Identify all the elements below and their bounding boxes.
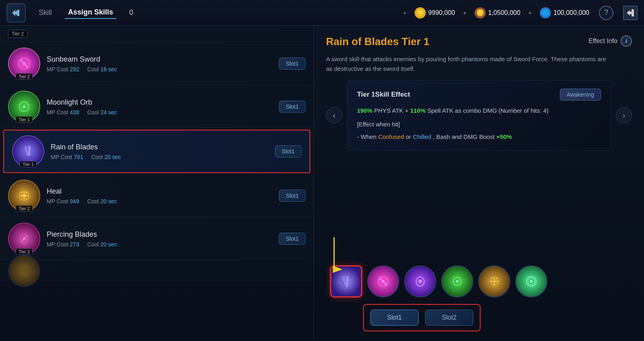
svg-point-22 [23, 194, 26, 197]
skill-icons-row [326, 265, 632, 298]
tab-skill[interactable]: Skill [35, 7, 55, 19]
skill-detail-title: Rain of Blades Tier 1 [326, 35, 429, 48]
svg-point-37 [419, 280, 422, 283]
bottom-icon-green-swirl[interactable] [515, 265, 547, 298]
bottom-content: Slot1 Slot2 [326, 265, 632, 331]
moonlight-name: Moonlight Orb [47, 98, 272, 107]
yellow-arrow-decoration [318, 233, 350, 281]
heal-tier: Tier 2 [16, 205, 33, 212]
effect-text-line3: - When Confused or Chilled , Bash and DM… [357, 132, 601, 142]
effect-confused: Confused [378, 133, 404, 140]
effect-box: Tier 1Skill Effect Awakening 190% PHYS A… [347, 80, 611, 151]
effect-when-prefix: - When [357, 133, 378, 140]
rob-stats: MP Cost 701 Cool 20 sec [51, 154, 268, 160]
svg-marker-4 [627, 10, 632, 16]
skill-item-rain-of-blades[interactable]: Tier 1 Rain of Blades MP Cost 701 Cool [3, 130, 310, 173]
effect-box-header: Tier 1Skill Effect Awakening [357, 89, 601, 101]
piercing-stats: MP Cost 273 Cool 20 sec [47, 241, 272, 248]
currency-blue: 🌐 100,000,000 [540, 7, 589, 19]
rob-tier: Tier 1 [20, 161, 37, 167]
sunbeam-cool-label: Cool [87, 66, 99, 72]
skill-icon-wrap-heal: Tier 2 [8, 180, 40, 212]
nav-counter: 0 [129, 8, 133, 17]
skill-icon-wrap-moonlight: Tier 1 [8, 91, 40, 123]
svg-point-18 [24, 156, 32, 158]
skill-item-sunbeam[interactable]: Tier 2 Sunbeam Sword MP Cost 292 Cool [0, 43, 314, 85]
exit-button[interactable] [623, 6, 638, 20]
effect-pct-2: 110% [410, 107, 425, 114]
top-navigation: Skill Assign Skills 0 + 🪙 9990,000 + 🪙 1… [0, 0, 644, 26]
skill-item-partial-bottom[interactable] [0, 261, 314, 281]
skill-detail-header: Rain of Blades Tier 1 Effect Info i [326, 35, 632, 48]
sunbeam-stats: MP Cost 292 Cool 16 sec [47, 66, 272, 72]
skill-item-heal[interactable]: Tier 2 Heal MP Cost 949 Cool 20 se [0, 175, 314, 217]
moonlight-info: Moonlight Orb MP Cost 438 Cool 24 sec [47, 98, 272, 116]
effect-info-button[interactable]: Effect Info i [588, 35, 632, 47]
sunbeam-mp-value: 292 [70, 66, 79, 72]
moonlight-stats: MP Cost 438 Cool 24 sec [47, 109, 272, 116]
skill-description: A sword skill that attacks enemies by po… [326, 54, 608, 74]
currency-group: + 🪙 9990,000 + 🪙 1,0500,000 + 🌐 100,000,… [403, 7, 589, 19]
svg-rect-2 [18, 10, 19, 16]
skill-item-moonlight[interactable]: Tier 1 Moonlight Orb MP Cost 438 Cool [0, 86, 314, 128]
heal-slot-badge[interactable]: Slot1 [279, 190, 305, 202]
svg-point-28 [23, 238, 25, 240]
partial-skill-item[interactable]: Tier 2 [0, 26, 314, 42]
svg-point-26 [26, 198, 27, 200]
bottom-icon-moonlight[interactable] [441, 265, 473, 298]
svg-point-23 [21, 192, 23, 194]
skill-item-piercing[interactable]: Tier 2 Piercing Blades MP Cost 273 Cool [0, 218, 314, 260]
slot-buttons-container: Slot1 Slot2 [363, 304, 481, 331]
effect-info-label: Effect Info [588, 37, 617, 45]
sunbeam-mp-label: MP Cost [47, 66, 68, 72]
moonlight-slot-badge[interactable]: Slot1 [279, 101, 305, 113]
effect-mid-1: PHYS ATK + [374, 107, 410, 114]
silver-icon: 🪙 [475, 7, 486, 19]
rob-slot-badge[interactable]: Slot1 [275, 145, 301, 157]
slot2-button[interactable]: Slot2 [425, 310, 473, 326]
left-panel: Tier 2 Tier 2 Sunbe [0, 26, 314, 341]
silver-amount: 1,0500,000 [488, 9, 520, 17]
plus-icon-1: + [403, 10, 407, 16]
rob-info: Rain of Blades MP Cost 701 Cool 20 sec [51, 143, 268, 160]
moonlight-tier: Tier 1 [16, 116, 33, 123]
partial-bottom-icon [8, 255, 40, 287]
bottom-icon-heal[interactable] [478, 265, 510, 298]
svg-point-12 [26, 103, 29, 105]
help-button[interactable]: ? [599, 6, 613, 20]
svg-point-40 [456, 280, 458, 283]
effect-chilled: Chilled [413, 133, 431, 140]
tab-assign-skills[interactable]: Assign Skills [65, 6, 116, 19]
plus-icon-3: + [528, 10, 532, 16]
awakening-badge[interactable]: Awakening [560, 89, 601, 101]
skill-icon-wrap-rob: Tier 1 [12, 135, 44, 167]
svg-rect-16 [28, 146, 31, 157]
bottom-icon-sunbeam[interactable] [367, 265, 399, 298]
effect-rest-1: Spell ATK as combo DMG (Number of hits: … [427, 107, 549, 114]
blue-amount: 100,000,000 [553, 9, 589, 17]
svg-point-46 [496, 277, 497, 279]
effect-text-line1: 190% PHYS ATK + 110% Spell ATK as combo … [357, 105, 601, 116]
slot1-button[interactable]: Slot1 [370, 310, 419, 326]
svg-point-49 [530, 280, 533, 283]
bottom-area: Slot1 Slot2 [326, 257, 632, 331]
prev-arrow-button[interactable]: ‹ [326, 107, 342, 123]
bottom-icon-purple-swirl[interactable] [404, 265, 436, 298]
effect-or: or [406, 133, 413, 140]
sunbeam-name: Sunbeam Sword [47, 55, 272, 64]
currency-gold: 🪙 9990,000 [415, 7, 455, 19]
sunbeam-slot-badge[interactable]: Slot1 [279, 58, 305, 70]
svg-point-8 [23, 62, 26, 65]
heal-info: Heal MP Cost 949 Cool 20 sec [47, 187, 272, 205]
heal-stats: MP Cost 949 Cool 20 sec [47, 198, 272, 205]
sunbeam-info: Sunbeam Sword MP Cost 292 Cool 16 sec [47, 55, 272, 72]
partial-tier-badge: Tier 2 [8, 30, 27, 38]
next-arrow-button[interactable]: › [616, 107, 632, 123]
svg-point-45 [491, 277, 493, 279]
sunbeam-cool-value: 16 sec [100, 66, 117, 72]
right-panel: Rain of Blades Tier 1 Effect Info i A sw… [314, 26, 644, 341]
rob-name: Rain of Blades [51, 143, 268, 151]
back-button[interactable] [6, 3, 26, 23]
piercing-slot-badge[interactable]: Slot1 [279, 233, 305, 245]
effect-pct-1: 190% [357, 107, 372, 114]
